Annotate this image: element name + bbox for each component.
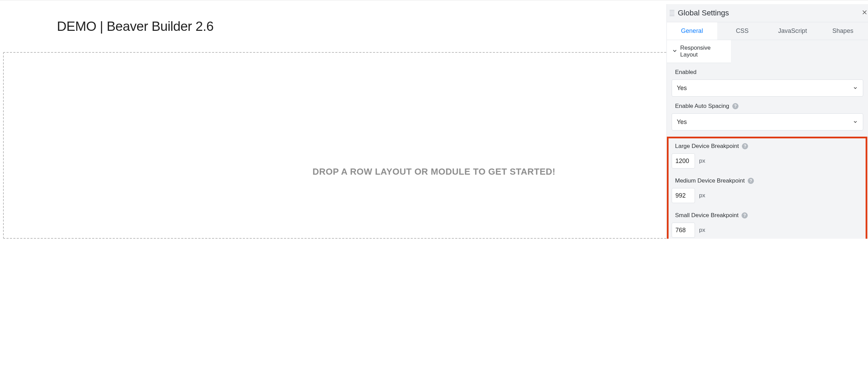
help-icon[interactable]: ? <box>742 143 748 149</box>
chevron-down-icon <box>853 85 857 92</box>
tab-javascript[interactable]: JavaScript <box>768 22 818 40</box>
field-small-breakpoint: Small Device Breakpoint ? px <box>672 212 863 238</box>
unit-label: px <box>699 192 705 199</box>
select-value: Yes <box>677 118 687 126</box>
field-auto-spacing: Enable Auto Spacing ? Yes <box>672 103 863 130</box>
page-title: DEMO | Beaver Builder 2.6 <box>57 19 213 34</box>
tab-general[interactable]: General <box>667 22 717 40</box>
field-label-large-breakpoint: Large Device Breakpoint ? <box>675 143 863 150</box>
section-title: Responsive Layout <box>680 45 725 58</box>
field-large-breakpoint: Large Device Breakpoint ? px <box>672 143 863 168</box>
label-text: Enabled <box>675 69 696 76</box>
breakpoint-group: Large Device Breakpoint ? px Medium Devi… <box>672 137 863 238</box>
chevron-down-icon <box>672 48 677 55</box>
chevron-down-icon <box>853 118 857 126</box>
section-responsive-layout[interactable]: Responsive Layout <box>667 40 731 63</box>
settings-tabs: General CSS JavaScript Shapes <box>667 22 868 40</box>
drag-handle-icon[interactable] <box>670 9 674 17</box>
help-icon[interactable]: ? <box>748 178 754 184</box>
unit-label: px <box>699 158 705 164</box>
tab-shapes[interactable]: Shapes <box>818 22 868 40</box>
page-top-rule <box>0 0 868 0</box>
medium-breakpoint-input[interactable] <box>672 188 695 203</box>
field-label-small-breakpoint: Small Device Breakpoint ? <box>675 212 863 219</box>
field-label-medium-breakpoint: Medium Device Breakpoint ? <box>675 177 863 184</box>
select-auto-spacing[interactable]: Yes <box>672 113 863 130</box>
field-label-auto-spacing: Enable Auto Spacing ? <box>675 103 863 110</box>
field-label-enabled: Enabled <box>675 69 863 76</box>
panel-title: Global Settings <box>678 9 729 17</box>
close-icon[interactable] <box>861 9 868 16</box>
field-medium-breakpoint: Medium Device Breakpoint ? px <box>672 177 863 203</box>
global-settings-panel: Global Settings General CSS JavaScript S… <box>667 4 868 239</box>
select-enabled[interactable]: Yes <box>672 79 863 97</box>
label-text: Enable Auto Spacing <box>675 103 729 110</box>
help-icon[interactable]: ? <box>732 103 738 109</box>
select-value: Yes <box>677 85 687 92</box>
small-breakpoint-input[interactable] <box>672 223 695 238</box>
tab-css[interactable]: CSS <box>717 22 768 40</box>
label-text: Medium Device Breakpoint <box>675 177 745 184</box>
help-icon[interactable]: ? <box>742 212 748 219</box>
panel-body: Enabled Yes Enable Auto Spacing ? Yes <box>667 63 868 239</box>
unit-label: px <box>699 227 705 234</box>
panel-header: Global Settings <box>667 4 868 22</box>
label-text: Small Device Breakpoint <box>675 212 738 219</box>
field-enabled: Enabled Yes <box>672 69 863 97</box>
label-text: Large Device Breakpoint <box>675 143 739 150</box>
large-breakpoint-input[interactable] <box>672 153 695 168</box>
